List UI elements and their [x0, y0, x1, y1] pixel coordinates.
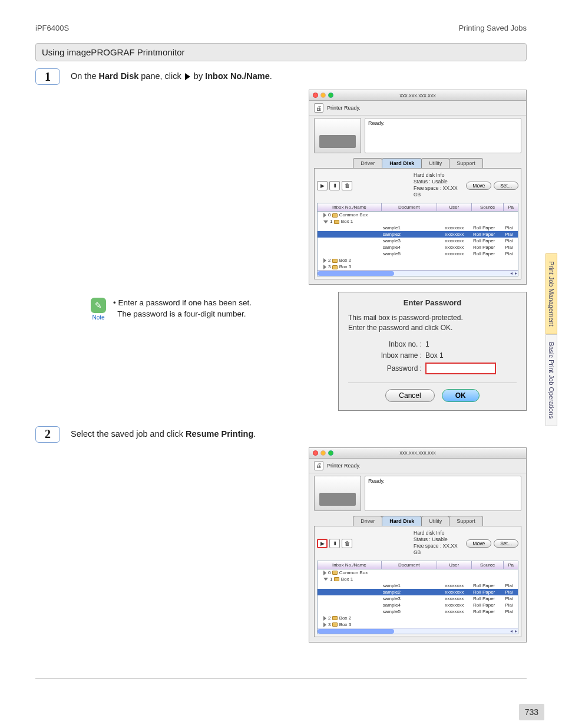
tab-utility[interactable]: Utility: [421, 158, 449, 168]
window-title: xxx.xxx.xxx.xxx: [309, 450, 526, 456]
status-textarea: Ready.: [365, 476, 521, 511]
hard-disk-info: Hard disk Info Status : Usable Free spac…: [355, 171, 461, 200]
step-1-text: On the Hard Disk pane, click by Inbox No…: [71, 68, 272, 83]
section-title: Using imagePROGRAF Printmonitor: [35, 43, 527, 61]
job-row: sample3xxxxxxxxRoll PaperPlai: [318, 238, 518, 244]
tab-hard-disk[interactable]: Hard Disk: [382, 516, 422, 526]
printmonitor-window: xxx.xxx.xxx.xxx 🖨 Printer Ready. Ready. …: [309, 90, 527, 285]
triangle-icon: [185, 73, 190, 80]
move-button[interactable]: Move: [466, 182, 491, 190]
tab-driver[interactable]: Driver: [353, 158, 382, 168]
tab-support[interactable]: Support: [449, 158, 483, 168]
job-row: sample1xxxxxxxxRoll PaperPlai: [318, 225, 518, 231]
step-number-1: 1: [35, 68, 60, 85]
tab-support[interactable]: Support: [449, 516, 483, 526]
horizontal-scrollbar[interactable]: ◂ ▸: [318, 270, 518, 276]
job-row: sample5xxxxxxxxRoll PaperPlai: [318, 251, 518, 257]
side-tab-print-job-management[interactable]: Print Job Management: [546, 253, 557, 334]
set-button[interactable]: Set...: [494, 539, 518, 548]
horizontal-scrollbar[interactable]: ◂ ▸: [318, 628, 518, 634]
job-row-selected: sample2xxxxxxxxRoll PaperPlai: [318, 589, 518, 595]
printer-image: [314, 118, 361, 153]
printmonitor-window-2: xxx.xxx.xxx.xxx 🖨 Printer Ready. Ready. …: [309, 447, 527, 643]
job-row: sample4xxxxxxxxRoll PaperPlai: [318, 244, 518, 251]
printer-image: [314, 476, 361, 511]
grid-body[interactable]: 0 Common Box 1 Box 1 sample1xxxxxxxxRoll…: [317, 569, 518, 634]
note-text: Enter a password if one has been set. Th…: [113, 298, 252, 320]
resume-button-icon[interactable]: ▶: [317, 181, 328, 190]
dialog-message: This mail box is password-protected. Ent…: [348, 313, 517, 333]
tab-hard-disk[interactable]: Hard Disk: [382, 158, 422, 168]
resume-printing-button[interactable]: ▶: [317, 539, 328, 548]
password-input[interactable]: [425, 363, 496, 374]
stop-button-icon[interactable]: ⏸: [329, 539, 340, 548]
printer-ready-label: Printer Ready.: [327, 463, 361, 469]
note-icon: ✎: [91, 298, 106, 313]
window-title: xxx.xxx.xxx.xxx: [309, 93, 526, 98]
delete-button-icon[interactable]: 🗑: [342, 181, 352, 190]
page-number: 733: [519, 704, 544, 720]
step-number-2: 2: [35, 426, 60, 443]
step-2-text: Select the saved job and click Resume Pr…: [71, 426, 256, 440]
breadcrumb: Printing Saved Jobs: [458, 24, 527, 32]
grid-body[interactable]: 0 Common Box 1 Box 1 sample1xxxxxxxxRoll…: [317, 212, 518, 276]
ok-button[interactable]: OK: [442, 389, 480, 402]
product-name: iPF6400S: [35, 24, 69, 32]
job-row: sample4xxxxxxxxRoll PaperPlai: [318, 602, 518, 608]
job-row: sample1xxxxxxxxRoll PaperPlai: [318, 582, 518, 589]
job-row-selected: sample2xxxxxxxxRoll PaperPlai: [318, 231, 518, 238]
move-button[interactable]: Move: [466, 539, 491, 548]
stop-button-icon[interactable]: ⏸: [329, 181, 340, 190]
delete-button-icon[interactable]: 🗑: [342, 539, 352, 548]
grid-header: Inbox No./Name Document User Source Pa: [317, 561, 518, 569]
password-dialog: Enter Password This mail box is password…: [338, 292, 527, 411]
job-row: sample3xxxxxxxxRoll PaperPlai: [318, 595, 518, 602]
set-button[interactable]: Set...: [494, 182, 518, 190]
status-textarea: Ready.: [365, 118, 521, 153]
dialog-title: Enter Password: [348, 298, 517, 307]
cancel-button[interactable]: Cancel: [385, 389, 434, 402]
printer-ready-label: Printer Ready.: [327, 105, 361, 111]
note-label: Note: [90, 314, 107, 321]
side-tab-basic-operations[interactable]: Basic Print Job Operations: [546, 334, 557, 426]
hard-disk-info: Hard disk Info Status : Usable Free spac…: [355, 529, 461, 558]
grid-header: Inbox No./Name Document User Source Pa: [317, 203, 518, 212]
tab-driver[interactable]: Driver: [353, 516, 382, 526]
printer-status-icon: 🖨: [314, 461, 323, 470]
job-row: sample5xxxxxxxxRoll PaperPlai: [318, 608, 518, 615]
printer-status-icon: 🖨: [314, 103, 323, 113]
tab-utility[interactable]: Utility: [421, 516, 449, 526]
